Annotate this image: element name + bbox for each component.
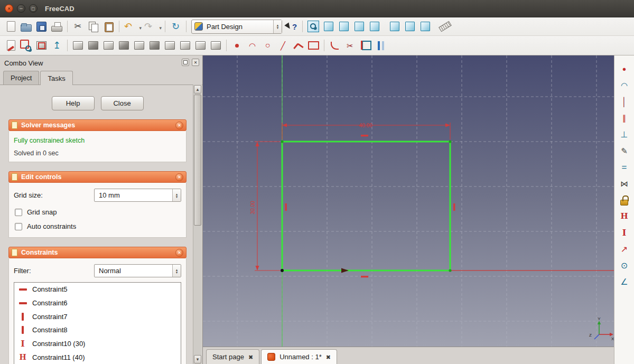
scrollbar-up-icon[interactable] xyxy=(194,85,201,94)
vertical-dimension-label[interactable]: 30.00 xyxy=(250,201,256,214)
subtractive-loft-icon[interactable] xyxy=(147,39,162,53)
redo-dropdown-icon[interactable] xyxy=(159,22,162,32)
open-document-icon[interactable] xyxy=(19,20,33,34)
sketch-vertex[interactable] xyxy=(449,140,451,143)
constrain-angle-icon[interactable]: ∠ xyxy=(618,275,631,289)
constrain-vertical-distance-icon[interactable]: I xyxy=(618,226,631,240)
measure-distance-icon[interactable] xyxy=(438,20,452,34)
constrain-equal-icon[interactable]: = xyxy=(618,161,631,174)
vertical-dimension[interactable] xyxy=(255,142,280,270)
create-point-icon[interactable] xyxy=(230,39,244,53)
refresh-icon[interactable]: ↻ xyxy=(169,20,183,34)
rear-view-icon[interactable] xyxy=(387,20,402,34)
workbench-selector[interactable]: Part Design xyxy=(191,20,282,34)
constrain-radius-icon[interactable]: ⊙ xyxy=(618,259,631,273)
undo-dropdown-icon[interactable] xyxy=(139,22,142,32)
horizontal-constraint-marker-icon[interactable] xyxy=(361,135,368,136)
toggle-construction-icon[interactable] xyxy=(374,39,388,53)
create-sketch-icon[interactable] xyxy=(4,39,18,53)
vertical-constraint-marker-icon[interactable] xyxy=(453,203,455,211)
tab-project[interactable]: Project xyxy=(3,71,39,85)
bottom-view-icon[interactable] xyxy=(403,20,417,34)
edit-controls-header[interactable]: Edit controls xyxy=(8,171,187,183)
origin-point[interactable] xyxy=(281,269,284,272)
constrain-distance-icon[interactable]: ↗ xyxy=(618,242,631,256)
collapse-section-icon[interactable] xyxy=(175,173,183,181)
copy-icon[interactable] xyxy=(86,20,100,34)
scrollbar-thumb[interactable] xyxy=(194,95,201,226)
axonometric-view-icon[interactable] xyxy=(321,20,335,34)
help-button[interactable]: Help xyxy=(52,96,95,110)
window-minimize-button[interactable] xyxy=(17,4,25,13)
constrain-coincident-icon[interactable]: • xyxy=(618,62,631,76)
create-arc-icon[interactable]: ◠ xyxy=(245,39,259,53)
constrain-vertical-icon[interactable]: │ xyxy=(618,95,631,109)
grid-size-spinner-icon[interactable] xyxy=(172,189,181,201)
constrain-block-icon[interactable] xyxy=(618,193,631,207)
3d-viewport[interactable]: 30.00 40.00 xyxy=(203,55,614,347)
constrain-parallel-icon[interactable]: ∥ xyxy=(618,111,631,125)
scrollbar-down-icon[interactable] xyxy=(194,355,201,363)
auto-constraints-checkbox[interactable] xyxy=(15,223,22,230)
constraints-header[interactable]: Constraints xyxy=(8,247,187,258)
window-close-button[interactable] xyxy=(5,4,13,13)
chamfer-icon[interactable] xyxy=(193,39,208,53)
solver-messages-header[interactable]: Solver messages xyxy=(8,119,187,131)
tab-unnamed-document[interactable]: Unnamed : 1* xyxy=(261,349,337,364)
redo-icon[interactable]: ↷ xyxy=(143,20,162,34)
leave-sketch-icon[interactable]: ↥ xyxy=(50,39,64,53)
trim-edge-icon[interactable]: ✂ xyxy=(343,39,357,53)
constraint-list-item[interactable]: Constraint10 (30) xyxy=(14,337,181,351)
window-maximize-button[interactable] xyxy=(29,4,38,13)
pad-icon[interactable] xyxy=(71,39,85,53)
constraint-list-item[interactable]: Constraint8 xyxy=(14,323,181,337)
create-polyline-icon[interactable] xyxy=(291,39,305,53)
close-button[interactable]: Close xyxy=(101,96,144,110)
sketch-canvas[interactable]: 30.00 40.00 xyxy=(203,55,614,347)
constraint-list-item[interactable]: Constraint5 xyxy=(14,283,181,296)
cut-icon[interactable]: ✂ xyxy=(71,20,85,34)
groove-icon[interactable] xyxy=(117,39,131,53)
create-line-icon[interactable]: ╱ xyxy=(276,39,290,53)
sketch-vertex[interactable] xyxy=(449,269,451,272)
create-circle-icon[interactable]: ○ xyxy=(260,39,275,53)
grid-size-select[interactable]: 10 mm xyxy=(94,189,181,202)
top-view-icon[interactable] xyxy=(352,20,366,34)
close-tab-icon[interactable] xyxy=(326,353,331,361)
constrain-tangent-icon[interactable]: ✎ xyxy=(618,144,631,158)
edit-sketch-icon[interactable] xyxy=(19,39,33,53)
constrain-perpendicular-icon[interactable]: ⊥ xyxy=(618,128,631,142)
revolution-icon[interactable] xyxy=(101,39,116,53)
tab-start-page[interactable]: Start page xyxy=(206,349,259,364)
tasks-scrollbar[interactable] xyxy=(193,85,202,364)
right-view-icon[interactable] xyxy=(367,20,381,34)
tab-tasks[interactable]: Tasks xyxy=(40,71,72,85)
pocket-icon[interactable] xyxy=(86,39,100,53)
print-document-icon[interactable] xyxy=(50,20,64,34)
draft-icon[interactable] xyxy=(209,39,223,53)
constraints-list[interactable]: Constraint5Constraint6Constraint7Constra… xyxy=(14,282,181,364)
undo-icon[interactable]: ↶ xyxy=(123,20,142,34)
constraint-list-item[interactable]: Constraint6 xyxy=(14,296,181,310)
horizontal-constraint-marker-icon[interactable] xyxy=(361,276,368,277)
vertical-constraint-marker-icon[interactable] xyxy=(285,203,287,211)
filter-select[interactable]: Normal xyxy=(94,264,181,277)
front-view-icon[interactable] xyxy=(337,20,351,34)
constraint-list-item[interactable]: Constraint11 (40) xyxy=(14,350,181,364)
panel-close-icon[interactable] xyxy=(192,59,199,66)
collapse-section-icon[interactable] xyxy=(175,122,183,129)
grid-snap-checkbox[interactable] xyxy=(15,209,22,216)
external-geometry-icon[interactable] xyxy=(358,39,372,53)
constrain-symmetric-icon[interactable]: ⋈ xyxy=(618,177,631,191)
additive-pipe-icon[interactable] xyxy=(163,39,177,53)
constrain-point-on-object-icon[interactable]: ◠ xyxy=(618,79,631,92)
new-document-icon[interactable] xyxy=(4,20,18,34)
fillet-icon[interactable] xyxy=(178,39,192,53)
workbench-dropdown-arrows-icon[interactable] xyxy=(273,20,282,33)
constrain-horizontal-distance-icon[interactable]: H xyxy=(618,210,631,223)
horizontal-dimension-label[interactable]: 40.00 xyxy=(359,123,372,128)
fit-all-icon[interactable] xyxy=(306,20,320,34)
collapse-section-icon[interactable] xyxy=(175,249,183,257)
paste-icon[interactable] xyxy=(101,20,116,34)
sketch-rectangle[interactable] xyxy=(282,142,450,270)
